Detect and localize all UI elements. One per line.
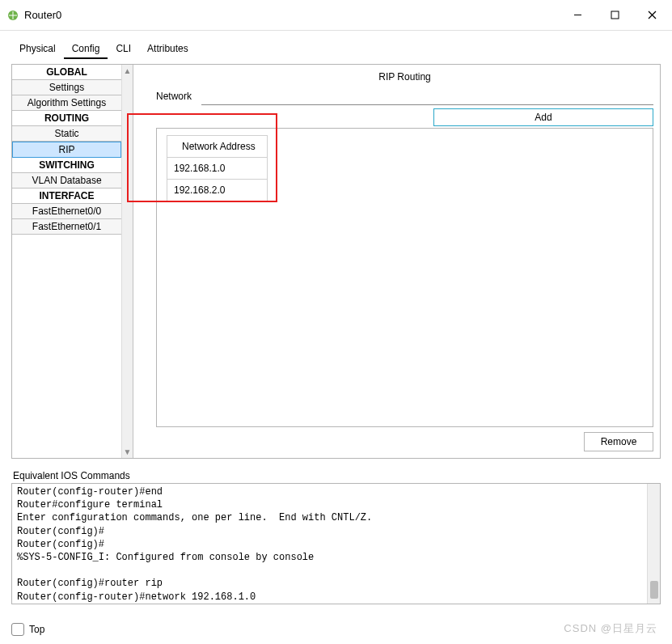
sidebar-item-fa01[interactable]: FastEthernet0/1 — [12, 219, 121, 235]
sidebar-item-fa00[interactable]: FastEthernet0/0 — [12, 204, 121, 219]
watermark: CSDN @日星月云 — [564, 621, 657, 636]
table-row[interactable]: 192.168.2.0 — [167, 180, 268, 201]
scroll-up-icon[interactable]: ▲ — [124, 65, 132, 77]
sidebar-item-static[interactable]: Static — [12, 126, 121, 142]
sidebar-item-settings[interactable]: Settings — [12, 80, 121, 95]
scrollbar-thumb[interactable] — [650, 581, 658, 599]
sidebar-item-vlan-database[interactable]: VLAN Database — [12, 173, 121, 189]
main-panel: RIP Routing Network Add Network Address … — [133, 65, 660, 458]
network-label: Network — [156, 91, 192, 105]
svg-rect-2 — [611, 11, 619, 19]
add-button[interactable]: Add — [433, 108, 653, 126]
network-list-box: Network Address 192.168.1.0 192.168.2.0 — [156, 128, 653, 427]
sidebar-header-routing: ROUTING — [12, 111, 121, 126]
ios-scrollbar[interactable] — [647, 484, 660, 604]
window-controls — [559, 3, 670, 28]
maximize-button[interactable] — [596, 3, 633, 28]
router-icon — [6, 9, 19, 22]
tabs-row: Physical Config CLI Attributes — [11, 40, 661, 59]
titlebar: Router0 — [0, 0, 672, 31]
sidebar-header-global: GLOBAL — [12, 65, 121, 80]
tab-physical[interactable]: Physical — [11, 40, 64, 59]
scroll-down-icon[interactable]: ▼ — [124, 446, 132, 458]
top-label: Top — [29, 624, 44, 635]
sidebar-scrollbar[interactable]: ▲ ▼ — [121, 65, 133, 458]
tab-attributes[interactable]: Attributes — [139, 40, 197, 59]
minimize-button[interactable] — [559, 3, 596, 28]
network-address-header: Network Address — [167, 136, 268, 158]
window-title: Router0 — [24, 9, 61, 21]
tab-cli[interactable]: CLI — [108, 40, 139, 59]
config-body: GLOBAL Settings Algorithm Settings ROUTI… — [11, 64, 661, 459]
footer: Top — [11, 623, 44, 636]
sidebar-wrap: GLOBAL Settings Algorithm Settings ROUTI… — [12, 65, 133, 458]
ios-commands-text[interactable]: Router(config-router)#end Router#configu… — [12, 484, 647, 604]
top-checkbox[interactable] — [11, 623, 24, 636]
panel-title: RIP Routing — [156, 70, 653, 89]
network-address-table: Network Address 192.168.1.0 192.168.2.0 — [167, 135, 268, 201]
close-button[interactable] — [633, 3, 670, 28]
ios-commands-label: Equivalent IOS Commands — [13, 470, 661, 481]
sidebar-item-algorithm-settings[interactable]: Algorithm Settings — [12, 95, 121, 111]
sidebar-header-interface: INTERFACE — [12, 189, 121, 204]
table-row[interactable]: 192.168.1.0 — [167, 158, 268, 180]
sidebar-item-rip[interactable]: RIP — [12, 142, 121, 158]
network-input[interactable] — [201, 89, 653, 105]
sidebar-header-switching: SWITCHING — [12, 158, 121, 173]
sidebar: GLOBAL Settings Algorithm Settings ROUTI… — [12, 65, 121, 458]
tab-config[interactable]: Config — [64, 40, 108, 59]
ios-commands-box: Router(config-router)#end Router#configu… — [11, 483, 661, 604]
remove-button[interactable]: Remove — [584, 432, 653, 451]
